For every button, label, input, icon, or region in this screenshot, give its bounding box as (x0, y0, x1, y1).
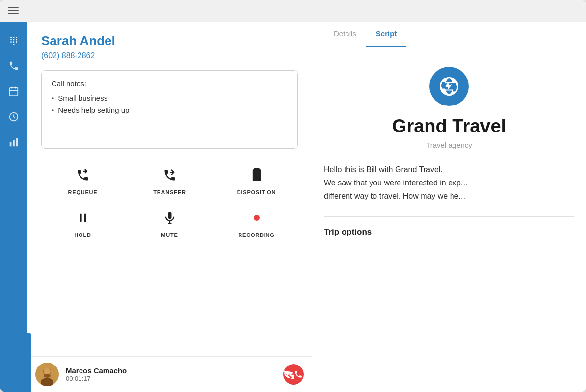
caller-info: Marcos Camacho 00:01:17 (66, 366, 276, 382)
action-buttons: REQUEUE TRANSFER (41, 164, 298, 242)
call-notes: Call notes: Small business Needs help se… (41, 70, 298, 149)
app-window: Sarah Andel (602) 888-2862 Call notes: S… (0, 0, 586, 392)
mute-icon (163, 211, 177, 228)
avatar-image (35, 363, 59, 386)
disposition-icon (250, 168, 264, 185)
tab-script[interactable]: Script (366, 22, 407, 47)
sidebar-item-phone[interactable] (0, 53, 27, 78)
trip-options-section: Trip options (324, 216, 574, 237)
svg-rect-16 (13, 140, 15, 146)
svg-point-7 (13, 41, 15, 43)
svg-rect-15 (10, 142, 12, 146)
svg-point-25 (254, 215, 260, 221)
contact-phone: (602) 888-2862 (41, 52, 298, 60)
hold-label: HOLD (74, 232, 91, 238)
transfer-icon (163, 168, 177, 185)
titlebar (0, 0, 586, 22)
mute-button[interactable]: MUTE (128, 207, 211, 242)
svg-rect-21 (84, 214, 86, 222)
svg-rect-19 (254, 168, 260, 171)
script-content: Grand Travel Travel agency Hello this is… (312, 47, 586, 392)
requeue-label: REQUEUE (68, 189, 98, 195)
active-call-bar: Marcos Camacho 00:01:17 (27, 356, 312, 392)
sidebar-item-calendar[interactable] (0, 78, 27, 104)
hold-icon (76, 211, 90, 228)
company-type: Travel agency (426, 141, 472, 149)
call-note-item-1: Small business (52, 94, 288, 102)
recording-label: RECORDING (238, 232, 274, 238)
calendar-icon (8, 86, 19, 97)
svg-point-1 (13, 37, 15, 38)
travel-icon (438, 76, 460, 97)
right-panel: Details Script Grand Travel Travel agenc… (312, 22, 586, 392)
disposition-label: DISPOSITION (237, 189, 276, 195)
dialpad-icon (8, 35, 19, 46)
requeue-button[interactable]: REQUEUE (41, 164, 124, 199)
svg-point-6 (10, 41, 12, 43)
recording-icon (250, 211, 264, 228)
svg-point-9 (13, 44, 15, 45)
phone-down-icon (294, 370, 303, 379)
svg-rect-20 (80, 214, 82, 222)
script-text: Hello this is Bill with Grand Travel. We… (324, 163, 574, 203)
transfer-button[interactable]: TRANSFER (128, 164, 211, 199)
main-content: Sarah Andel (602) 888-2862 Call notes: S… (0, 22, 586, 392)
chart-icon (8, 137, 19, 148)
call-timer: 00:01:17 (66, 375, 276, 382)
transfer-label: TRANSFER (153, 189, 186, 195)
company-logo (429, 67, 469, 106)
avatar (35, 363, 59, 386)
sidebar (0, 22, 27, 392)
svg-point-29 (44, 368, 51, 375)
tab-details[interactable]: Details (324, 22, 366, 47)
call-notes-title: Call notes: (52, 79, 288, 88)
disposition-button[interactable]: DISPOSITION (215, 164, 298, 199)
svg-point-8 (16, 41, 17, 43)
clock-icon (8, 111, 19, 122)
svg-point-3 (10, 39, 12, 41)
call-note-item-2: Needs help setting up (52, 106, 288, 114)
mute-label: MUTE (161, 232, 178, 238)
svg-rect-18 (252, 169, 260, 181)
recording-button[interactable]: RECORDING (215, 207, 298, 242)
svg-point-5 (16, 39, 17, 41)
svg-rect-17 (16, 138, 18, 147)
hold-button[interactable]: HOLD (41, 207, 124, 242)
end-call-icon (284, 369, 294, 379)
trip-options-title: Trip options (324, 227, 574, 237)
left-panel: Sarah Andel (602) 888-2862 Call notes: S… (27, 22, 312, 392)
phone-icon (8, 60, 19, 71)
menu-icon[interactable] (8, 7, 19, 14)
svg-point-2 (16, 37, 17, 38)
caller-name: Marcos Camacho (66, 366, 276, 375)
tabs: Details Script (312, 22, 586, 47)
svg-rect-10 (10, 88, 18, 96)
sidebar-item-chart[interactable] (0, 130, 27, 155)
sidebar-item-clock[interactable] (0, 104, 27, 130)
company-name: Grand Travel (392, 116, 506, 137)
svg-point-30 (44, 374, 51, 378)
svg-rect-22 (168, 212, 171, 219)
svg-point-0 (10, 37, 12, 38)
end-call-button[interactable] (283, 364, 304, 385)
sidebar-item-dialpad[interactable] (0, 27, 27, 53)
contact-name: Sarah Andel (41, 33, 298, 49)
svg-point-4 (13, 39, 15, 41)
requeue-icon (76, 168, 90, 185)
